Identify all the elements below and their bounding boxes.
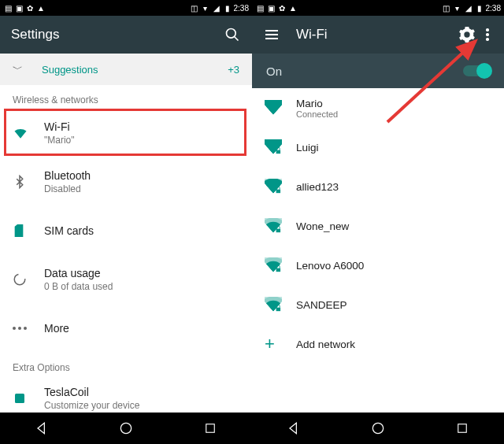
suggestions-count: +3 [228,64,239,76]
wifi-screen: ▤ ▣ ✿ ▲ ◫ ▾ ◢ ▮ 2:38 Wi-Fi On MarioConne… [252,0,504,444]
section-wireless: Wireless & networks [0,85,252,109]
settings-screen: ▤ ▣ ✿ ▲ ◫ ▾ ◢ ▮ 2:38 Settings ﹀ Suggesti… [0,0,252,444]
signal-icon: ◢ [464,3,473,13]
teslacoil-icon [13,391,44,405]
overflow-menu[interactable] [482,26,493,43]
recents-button[interactable] [202,420,219,437]
network-name: Lenovo A6000 [296,260,364,272]
bluetooth-row[interactable]: BluetoothDisabled [0,157,252,206]
wifi-row[interactable]: Wi-Fi"Mario" [0,109,252,157]
search-icon[interactable] [224,26,241,43]
add-network-row[interactable]: + Add network [252,324,504,364]
back-button[interactable] [33,420,50,437]
data-icon [13,272,44,287]
wifi-signal-icon [265,218,296,234]
section-extra: Extra Options [0,353,252,376]
recents-button[interactable] [454,420,471,437]
svg-rect-10 [276,308,280,312]
svg-point-2 [14,274,25,285]
settings-header: Settings [0,16,252,54]
home-button[interactable] [369,420,387,437]
vibrate-icon: ◫ [190,3,199,13]
clock: 2:38 [486,4,501,13]
wifi-signal-icon [265,297,296,313]
page-title: Settings [11,27,59,43]
sim-icon [13,223,44,239]
svg-rect-13 [458,424,466,433]
bluetooth-icon [13,175,44,189]
network-list: MarioConnected Luigi allied123 Wone_new … [252,88,504,324]
network-name: Wone_new [296,220,349,232]
gear-icon: ✿ [277,3,287,13]
wifi-toggle[interactable] [463,65,490,76]
status-bar: ▤ ▣ ✿ ▲ ◫ ▾ ◢ ▮ 2:38 [252,0,504,16]
warning-icon: ▲ [288,3,298,13]
wifi-header: Wi-Fi [252,16,504,54]
more-icon [13,327,44,330]
svg-line-1 [235,37,239,41]
more-row[interactable]: More [0,304,252,353]
network-row[interactable]: Lenovo A6000 [252,246,504,285]
svg-rect-9 [276,268,280,272]
network-row[interactable]: MarioConnected [252,88,504,128]
network-name: allied123 [296,181,339,193]
plus-icon: + [265,334,296,354]
picture-icon: ▣ [266,3,276,13]
wifi-status-icon: ▾ [201,3,210,13]
svg-point-0 [227,29,236,39]
network-row[interactable]: allied123 [252,167,504,206]
svg-point-4 [120,423,131,433]
network-name: SANDEEP [296,299,347,311]
status-bar: ▤ ▣ ✿ ▲ ◫ ▾ ◢ ▮ 2:38 [0,0,252,16]
vibrate-icon: ◫ [442,3,451,13]
svg-rect-8 [276,229,280,233]
wifi-signal-icon [265,179,296,194]
warning-icon: ▲ [36,3,46,13]
notif-icon: ▤ [3,3,13,13]
svg-rect-6 [276,150,280,154]
clock: 2:38 [234,4,249,13]
nav-bar [0,413,252,444]
svg-rect-7 [276,190,280,194]
notif-icon: ▤ [255,3,265,13]
svg-point-12 [372,423,383,433]
network-sub: Connected [296,109,338,119]
battery-icon: ▮ [223,3,232,13]
network-name: Luigi [296,142,319,154]
wifi-status-icon: ▾ [453,3,462,13]
wifi-state: On [266,65,282,78]
svg-rect-3 [15,394,24,403]
svg-rect-5 [206,424,214,433]
nav-bar [252,413,504,444]
wifi-signal-icon [265,100,296,116]
picture-icon: ▣ [14,3,24,13]
suggestions-row[interactable]: ﹀ Suggestions +3 [0,54,252,85]
back-button[interactable] [285,420,302,437]
gear-icon: ✿ [25,3,35,13]
add-network-label: Add network [296,339,355,350]
wifi-state-row: On [252,54,504,88]
wifi-signal-icon [265,139,296,155]
suggestions-label: Suggestions [42,64,98,76]
home-button[interactable] [117,420,135,437]
network-name: Mario [296,98,338,109]
signal-icon: ◢ [212,3,221,13]
sim-row[interactable]: SIM cards [0,206,252,255]
network-row[interactable]: SANDEEP [252,285,504,324]
wifi-signal-icon [265,257,296,273]
data-usage-row[interactable]: Data usage0 B of data used [0,255,252,304]
network-row[interactable]: Wone_new [252,206,504,246]
battery-icon: ▮ [475,3,484,13]
settings-gear-icon[interactable] [458,26,476,43]
network-row[interactable]: Luigi [252,128,504,167]
menu-button[interactable] [263,26,280,43]
chevron-down-icon: ﹀ [13,62,23,76]
wifi-icon [13,125,44,141]
page-title: Wi-Fi [296,27,328,43]
